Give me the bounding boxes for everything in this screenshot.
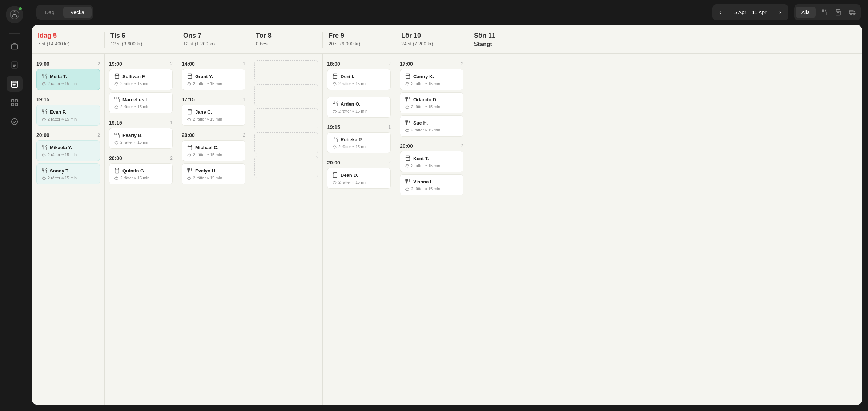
reservation-name: Meita T. [50, 74, 67, 79]
time-slot: 20:002Kent T.2 rätter ≈ 15 minVishna L.2… [395, 140, 468, 199]
cutlery-icon [332, 101, 338, 107]
reservation-card[interactable]: Mikaela Y.2 rätter ≈ 15 min [36, 140, 100, 161]
sidebar-item-home[interactable] [7, 38, 23, 54]
sidebar [0, 0, 29, 411]
filter-delivery-button[interactable] [846, 6, 859, 19]
reservation-card[interactable]: Michael C.2 rätter ≈ 15 min [182, 140, 245, 161]
res-name-row: Jane C. [186, 109, 241, 115]
day-name: Tis 6 [110, 32, 171, 40]
day-header-sat: Lör 1024 st (7 200 kr) [395, 32, 468, 48]
res-name-row: Mikaela Y. [41, 144, 95, 151]
reservation-card[interactable]: Sullivan F.2 rätter ≈ 15 min [109, 69, 173, 90]
empty-slot [254, 108, 318, 130]
reservation-card[interactable]: Camry K.2 rätter ≈ 15 min [400, 69, 463, 90]
reservation-card[interactable]: Marcellus I.2 rätter ≈ 15 min [109, 92, 173, 113]
sidebar-item-grid[interactable] [7, 95, 23, 111]
day-name: Sön 11 [474, 32, 535, 40]
svg-point-83 [406, 106, 409, 109]
sidebar-item-calendar[interactable] [7, 76, 23, 92]
reservation-card[interactable]: Sue H.2 rätter ≈ 15 min [400, 115, 463, 137]
svg-point-27 [42, 118, 45, 121]
reservation-detail-text: 2 rätter ≈ 15 min [48, 117, 77, 121]
day-name: Ons 7 [183, 32, 244, 40]
res-name-row: Grant Y. [186, 73, 241, 80]
reservation-name: Quintin G. [122, 168, 145, 174]
app-logo[interactable] [6, 6, 23, 23]
reservation-card[interactable]: Evelyn U.2 rätter ≈ 15 min [182, 163, 245, 184]
empty-slot [254, 84, 318, 106]
svg-rect-11 [13, 84, 14, 85]
date-range-label: 5 Apr – 11 Apr [730, 9, 771, 15]
pot-icon [332, 180, 337, 185]
day-stats: 12 st (3 600 kr) [110, 41, 171, 46]
reservation-card[interactable]: Grant Y.2 rätter ≈ 15 min [182, 69, 245, 90]
res-name-row: Marcellus I. [114, 96, 168, 103]
svg-point-21 [853, 14, 855, 15]
reservation-card[interactable]: Dezi I.2 rätter ≈ 15 min [327, 69, 391, 90]
reservation-details: 2 rätter ≈ 15 min [405, 186, 459, 191]
reservation-details: 2 rätter ≈ 15 min [41, 175, 95, 180]
reservation-card[interactable]: Quintin G.2 rätter ≈ 15 min [109, 163, 173, 184]
filter-alla-button[interactable]: Alla [796, 7, 816, 18]
reservation-card[interactable]: Dean D.2 rätter ≈ 15 min [327, 168, 391, 189]
reservation-name: Sullivan F. [122, 74, 146, 79]
bag-icon [332, 172, 338, 178]
reservation-name: Michael C. [195, 145, 218, 150]
filter-takeaway-button[interactable] [832, 6, 845, 19]
reservation-card[interactable]: Kent T.2 rätter ≈ 15 min [400, 151, 463, 172]
reservation-card[interactable]: Sonny T.2 rätter ≈ 15 min [36, 163, 100, 184]
svg-point-49 [115, 177, 118, 180]
time-header: 18:002 [327, 61, 391, 67]
pot-icon [41, 117, 46, 122]
reservation-detail-text: 2 rätter ≈ 15 min [411, 128, 440, 132]
time-header: 17:151 [182, 97, 245, 102]
reservation-card[interactable]: Evan P.2 rätter ≈ 15 min [36, 105, 100, 126]
time-header: 19:002 [109, 61, 173, 67]
time-slot: 18:002Dezi I.2 rätter ≈ 15 min [323, 58, 395, 94]
bag-icon [186, 73, 193, 80]
reservation-details: 2 rätter ≈ 15 min [186, 175, 241, 180]
reservation-details: 2 rätter ≈ 15 min [186, 81, 241, 86]
reservation-card[interactable]: Jane C.2 rätter ≈ 15 min [182, 105, 245, 126]
time-header: 20:002 [182, 132, 245, 138]
pot-icon [114, 104, 119, 109]
reservation-card[interactable]: Pearly B.2 rätter ≈ 15 min [109, 128, 173, 149]
cutlery-icon [332, 136, 338, 143]
res-name-row: Quintin G. [114, 167, 168, 174]
time-count: 1 [243, 61, 245, 66]
svg-point-23 [42, 83, 45, 85]
reservation-name: Dean D. [341, 172, 358, 178]
time-header: 20:002 [109, 155, 173, 161]
reservation-detail-text: 2 rätter ≈ 15 min [338, 109, 367, 113]
reservation-detail-text: 2 rätter ≈ 15 min [411, 163, 440, 168]
dag-view-button[interactable]: Dag [38, 7, 62, 18]
time-label: 18:00 [327, 61, 340, 67]
cutlery-icon [186, 167, 193, 174]
reservation-detail-text: 2 rätter ≈ 15 min [193, 152, 222, 157]
reservation-card[interactable]: Arden O.2 rätter ≈ 15 min [327, 97, 391, 118]
calendar-grid: Idag 57 st (14 400 kr)Tis 612 st (3 600 … [32, 25, 862, 405]
time-label: 19:15 [327, 124, 340, 130]
time-label: 17:15 [182, 97, 195, 102]
filter-restaurant-button[interactable] [817, 6, 830, 19]
reservation-detail-text: 2 rätter ≈ 15 min [411, 81, 440, 86]
time-count: 2 [97, 133, 100, 138]
reservation-card[interactable]: Orlando D.2 rätter ≈ 15 min [400, 92, 463, 113]
sidebar-item-tasks[interactable] [7, 114, 23, 130]
reservation-card[interactable]: Rebeka P.2 rätter ≈ 15 min [327, 132, 391, 153]
next-week-button[interactable]: › [774, 6, 787, 19]
time-count: 2 [243, 133, 245, 138]
sidebar-item-orders[interactable] [7, 57, 23, 73]
time-count: 1 [243, 97, 245, 102]
reservation-details: 2 rätter ≈ 15 min [41, 152, 95, 157]
vecka-view-button[interactable]: Vecka [63, 7, 92, 18]
time-header: 20:002 [327, 160, 391, 166]
prev-week-button[interactable]: ‹ [714, 6, 727, 19]
reservation-card[interactable]: Meita T.2 rätter ≈ 15 min [36, 69, 100, 90]
reservation-name: Arden O. [341, 101, 361, 107]
day-header-thu: Tor 80 best. [250, 32, 323, 48]
svg-point-94 [406, 188, 409, 191]
reservation-card[interactable]: Vishna L.2 rätter ≈ 15 min [400, 174, 463, 195]
day-column-sun [468, 54, 541, 405]
svg-point-38 [115, 83, 118, 85]
